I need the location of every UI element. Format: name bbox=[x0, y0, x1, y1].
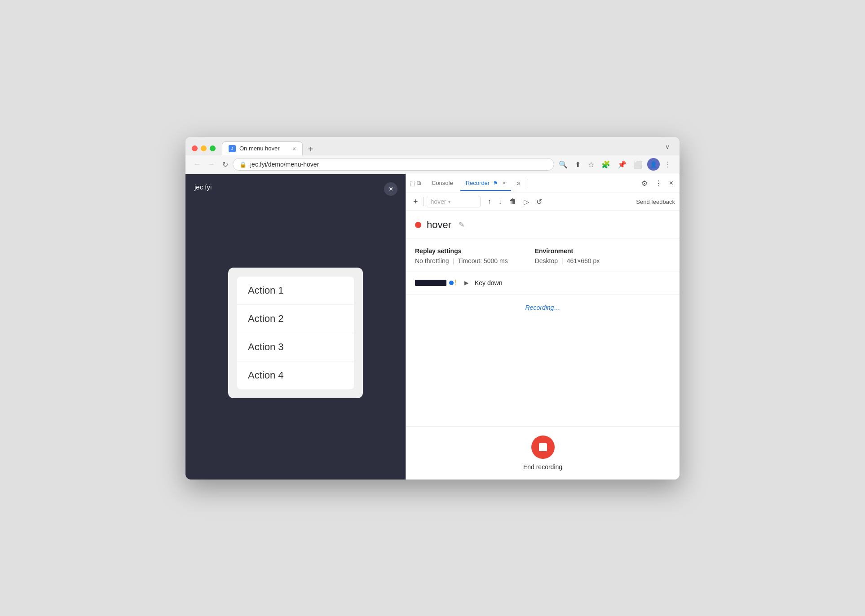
environment-label: Environment bbox=[535, 247, 600, 255]
recording-status-section: Recording… bbox=[406, 295, 680, 321]
dimensions-value: 461×660 px bbox=[567, 257, 600, 264]
settings-separator-2: | bbox=[561, 257, 563, 264]
recording-title: hover ✎ bbox=[406, 211, 680, 238]
devtools-more-button[interactable]: » bbox=[513, 177, 524, 189]
devtools-divider bbox=[528, 179, 528, 188]
environment-values: Desktop | 461×660 px bbox=[535, 257, 600, 264]
menu-item-2[interactable]: Action 2 bbox=[237, 305, 354, 333]
page-logo: jec.fyi bbox=[194, 183, 212, 191]
browser-window: J On menu hover × + ∨ ← → ↻ 🔒 jec.fyi/de… bbox=[185, 137, 680, 480]
recording-name: hover bbox=[427, 219, 451, 231]
devtools-panel: ⬚ ⧉ Console Recorder ⚑ × » ⚙ ⋮ × + bbox=[406, 174, 680, 480]
tabs-area: J On menu hover × + bbox=[222, 141, 658, 155]
devtools-gear-button[interactable]: ⚙ bbox=[639, 177, 650, 189]
recorder-tab[interactable]: Recorder ⚑ × bbox=[460, 176, 511, 191]
share-icon-button[interactable]: ⬆ bbox=[572, 158, 583, 171]
extensions-icon-button[interactable]: 🧩 bbox=[599, 158, 613, 171]
throttling-value: No throttling bbox=[415, 257, 449, 264]
recording-status-text: Recording… bbox=[525, 304, 560, 311]
event-timeline: ! bbox=[415, 279, 460, 287]
toolbar-icons: 🔍 ⬆ ☆ 🧩 📌 ⬜ 👤 ⋮ bbox=[556, 158, 674, 171]
event-name: Key down bbox=[475, 279, 502, 286]
stop-recording-button[interactable] bbox=[531, 436, 555, 459]
device-value: Desktop bbox=[535, 257, 558, 264]
tab-title: On menu hover bbox=[239, 145, 289, 152]
timeout-value: Timeout: 5000 ms bbox=[458, 257, 508, 264]
recording-select[interactable]: hover ▾ bbox=[427, 196, 481, 207]
tabs-overflow-button[interactable]: ∨ bbox=[662, 143, 673, 150]
settings-separator-1: | bbox=[452, 257, 454, 264]
content-area: jec.fyi ☀ Action 1 Action 2 Action 3 Act… bbox=[185, 174, 680, 480]
rec-actions: ↑ ↓ 🗑 ▷ ↺ bbox=[485, 196, 545, 208]
maximize-traffic-light[interactable] bbox=[210, 145, 216, 151]
traffic-lights bbox=[192, 145, 216, 151]
recorder-flag-icon: ⚑ bbox=[493, 180, 498, 186]
bookmark-icon-button[interactable]: ☆ bbox=[585, 158, 597, 171]
tab-favicon: J bbox=[229, 145, 236, 152]
close-traffic-light[interactable] bbox=[192, 145, 198, 151]
demo-content: Action 1 Action 2 Action 3 Action 4 bbox=[194, 195, 397, 471]
recording-select-value: hover bbox=[431, 198, 446, 205]
active-tab[interactable]: J On menu hover × bbox=[222, 141, 303, 155]
address-bar[interactable]: 🔒 jec.fyi/demo/menu-hover bbox=[233, 158, 554, 171]
menu-item-1[interactable]: Action 1 bbox=[237, 277, 354, 305]
devtools-header: ⬚ ⧉ Console Recorder ⚑ × » ⚙ ⋮ × bbox=[406, 174, 680, 193]
responsive-icon[interactable]: ⧉ bbox=[417, 180, 421, 187]
add-recording-button[interactable]: + bbox=[410, 196, 421, 207]
sun-icon: ☀ bbox=[388, 185, 394, 193]
address-lock-icon: 🔒 bbox=[239, 161, 247, 168]
search-icon-button[interactable]: 🔍 bbox=[556, 158, 570, 171]
browser-menu-button[interactable]: ⋮ bbox=[662, 158, 674, 171]
chevron-down-icon: ▾ bbox=[448, 199, 450, 204]
inspect-icon[interactable]: ⬚ bbox=[410, 180, 415, 187]
profile-button[interactable]: 👤 bbox=[647, 158, 660, 171]
replay-settings-section: Replay settings No throttling | Timeout:… bbox=[406, 238, 680, 272]
delete-button[interactable]: 🗑 bbox=[507, 196, 519, 207]
recording-indicator-dot bbox=[415, 222, 421, 228]
send-feedback-link[interactable]: Send feedback bbox=[636, 198, 675, 205]
warning-icon: ! bbox=[455, 279, 456, 287]
devtools-kebab-button[interactable]: ⋮ bbox=[652, 177, 665, 189]
cast-icon-button[interactable]: ⬜ bbox=[631, 158, 645, 171]
replay-button[interactable]: ▷ bbox=[521, 196, 532, 208]
minimize-traffic-light[interactable] bbox=[201, 145, 207, 151]
menu-item-4[interactable]: Action 4 bbox=[237, 361, 354, 389]
reload-button[interactable]: ↻ bbox=[220, 158, 231, 171]
event-bar bbox=[415, 280, 446, 286]
event-row: ! ▶ Key down bbox=[406, 272, 680, 295]
pin-icon-button[interactable]: 📌 bbox=[615, 158, 629, 171]
stop-icon bbox=[539, 443, 547, 451]
replay-settings-col: Replay settings No throttling | Timeout:… bbox=[415, 247, 508, 264]
events-area: ! ▶ Key down Recording… bbox=[406, 272, 680, 426]
back-button[interactable]: ← bbox=[191, 158, 203, 170]
menu-card: Action 1 Action 2 Action 3 Action 4 bbox=[228, 268, 363, 398]
expand-event-icon[interactable]: ▶ bbox=[464, 280, 468, 286]
forward-button[interactable]: → bbox=[205, 158, 218, 170]
environment-col: Environment Desktop | 461×660 px bbox=[535, 247, 600, 264]
new-tab-button[interactable]: + bbox=[305, 145, 317, 154]
replay-step-button[interactable]: ↺ bbox=[534, 196, 545, 208]
event-marker bbox=[449, 281, 454, 285]
recorder-tab-close[interactable]: × bbox=[502, 180, 506, 186]
console-tab[interactable]: Console bbox=[426, 176, 459, 191]
import-button[interactable]: ↓ bbox=[496, 196, 505, 207]
end-recording-label: End recording bbox=[523, 463, 562, 471]
browser-toolbar: ← → ↻ 🔒 jec.fyi/demo/menu-hover 🔍 ⬆ ☆ 🧩 … bbox=[185, 155, 680, 174]
tab-close-button[interactable]: × bbox=[292, 145, 296, 152]
address-url: jec.fyi/demo/menu-hover bbox=[250, 161, 547, 168]
edit-name-icon[interactable]: ✎ bbox=[459, 220, 464, 229]
menu-item-3[interactable]: Action 3 bbox=[237, 333, 354, 361]
rec-toolbar-divider bbox=[424, 197, 424, 206]
replay-settings-label: Replay settings bbox=[415, 247, 508, 255]
title-bar: J On menu hover × + ∨ bbox=[185, 137, 680, 155]
devtools-close-button[interactable]: × bbox=[666, 177, 676, 189]
theme-toggle-button[interactable]: ☀ bbox=[384, 182, 397, 196]
recorder-toolbar: + hover ▾ ↑ ↓ 🗑 ▷ ↺ Send feedback bbox=[406, 193, 680, 211]
end-recording-section: End recording bbox=[406, 426, 680, 480]
export-button[interactable]: ↑ bbox=[485, 196, 494, 207]
webpage-panel: jec.fyi ☀ Action 1 Action 2 Action 3 Act… bbox=[185, 174, 406, 480]
menu-inner: Action 1 Action 2 Action 3 Action 4 bbox=[237, 277, 354, 389]
replay-settings-values: No throttling | Timeout: 5000 ms bbox=[415, 257, 508, 264]
